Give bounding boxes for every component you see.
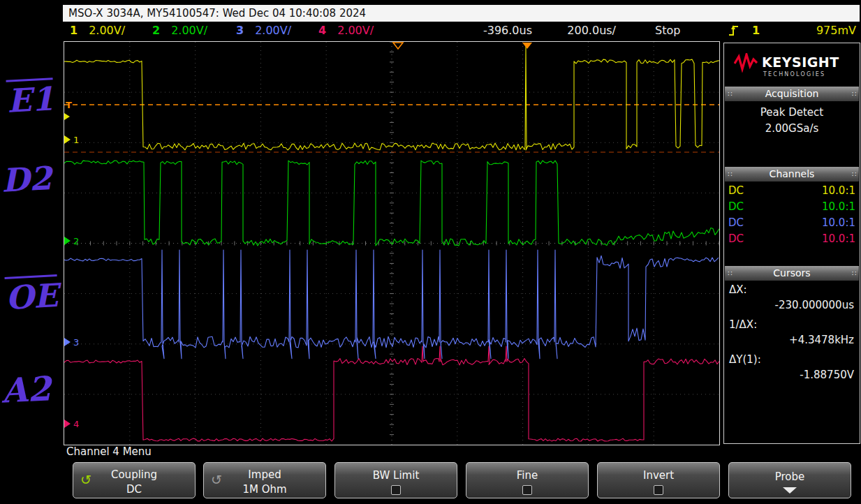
channel-3-scale-box[interactable]: 32.00V/ — [236, 24, 291, 37]
ground-marker-ch2[interactable] — [64, 237, 71, 245]
trigger-time-marker[interactable] — [393, 43, 403, 49]
softkey-coupling[interactable]: ↺ Coupling DC — [73, 462, 196, 498]
annotation-d2: D2 — [1, 162, 52, 197]
channel-4-volts-per-div: 2.00V/ — [337, 24, 374, 37]
channel-1-scale-box[interactable]: 12.00V/ — [70, 24, 125, 37]
trigger-edge-icon — [728, 23, 739, 40]
sidebar: KEYSIGHT TECHNOLOGIES ∷ Acquisition ∷ Pe… — [723, 43, 860, 444]
timebase-offset[interactable]: -396.0us — [392, 24, 532, 37]
softkey-value: 1M Ohm — [204, 483, 325, 496]
channel-probe-ratio: 10.0:1 — [822, 216, 855, 229]
channel-3-row[interactable]: DC10.0:1 — [728, 216, 855, 229]
ground-marker-ch4[interactable] — [64, 420, 71, 428]
channel-2-number: 2 — [152, 24, 160, 37]
sample-rate: 2.00GSa/s — [724, 122, 860, 135]
section-title-channels: Channels — [732, 167, 851, 181]
grip-icon: ∷ — [852, 167, 856, 181]
grip-icon: ∷ — [852, 266, 856, 281]
cursors-section-header[interactable]: ∷ Cursors ∷ — [725, 266, 859, 281]
section-title-cursors: Cursors — [732, 266, 851, 281]
keysight-spark-icon — [734, 53, 758, 73]
fine-checkbox — [522, 485, 532, 495]
channel-probe-ratio: 10.0:1 — [822, 232, 855, 245]
menu-title: Channel 4 Menu — [66, 445, 152, 458]
brand-subtitle: TECHNOLOGIES — [763, 71, 825, 77]
softkey-impedance[interactable]: ↺ Imped 1M Ohm — [203, 462, 326, 498]
down-arrow-icon — [783, 487, 797, 494]
softkey-label: Fine — [466, 469, 588, 482]
softkey-fine[interactable]: Fine — [466, 462, 589, 498]
status-bar: 12.00V/ 22.00V/ 32.00V/ 42.00V/ -396.0us… — [63, 22, 861, 41]
channel-2-scale-box[interactable]: 22.00V/ — [152, 24, 207, 37]
channel-3-volts-per-div: 2.00V/ — [255, 24, 291, 37]
trigger-marker-label[interactable]: T — [66, 100, 72, 110]
waveform-display: 1234T — [64, 41, 720, 445]
ground-marker-label-ch2: 2 — [73, 236, 79, 246]
cursor-dx-value: -230.000000us — [775, 299, 854, 311]
softkey-bw-limit[interactable]: BW Limit — [334, 462, 457, 498]
channel-1-level-arrow-icon — [64, 113, 70, 120]
annotation-e1: E1 — [6, 82, 54, 117]
cursor-inv-dx-label: 1/ΔX: — [729, 318, 757, 331]
acquisition-mode: Peak Detect — [724, 106, 860, 119]
channel-4-number: 4 — [318, 24, 326, 37]
brand-name: KEYSIGHT — [762, 54, 839, 70]
cycle-arrow-icon: ↺ — [80, 472, 91, 487]
channel-1-row[interactable]: DC10.0:1 — [728, 184, 855, 197]
channel-coupling: DC — [728, 184, 744, 197]
channel-4-scale-box[interactable]: 42.00V/ — [318, 24, 374, 37]
waveform-channel-3 — [64, 250, 719, 359]
softkey-label: Invert — [598, 469, 719, 482]
channels-section-header[interactable]: ∷ Channels ∷ — [725, 167, 859, 181]
ground-marker-ch3[interactable] — [64, 338, 71, 346]
event-marker[interactable] — [522, 43, 532, 49]
channel-coupling: DC — [728, 232, 744, 245]
ground-marker-ch1[interactable] — [64, 135, 71, 144]
softkey-bar: ↺ Coupling DC ↺ Imped 1M Ohm BW Limit Fi… — [0, 461, 861, 501]
softkey-invert[interactable]: Invert — [597, 462, 720, 498]
cursor-dy-value: -1.88750V — [800, 369, 854, 381]
channel-1-number: 1 — [70, 24, 78, 37]
ground-marker-label-ch4: 4 — [73, 419, 79, 429]
softkey-label: Imped — [204, 468, 325, 481]
trigger-source[interactable]: 1 — [752, 24, 760, 37]
ground-marker-label-ch1: 1 — [73, 135, 79, 145]
softkey-label: Probe — [729, 470, 851, 483]
oscilloscope-screen: E1 D2 OE A2 MSO-X 3034A, MY54100547: Wed… — [0, 0, 861, 504]
channel-coupling: DC — [728, 216, 744, 229]
trigger-level[interactable]: 975mV — [782, 24, 856, 37]
titlebar-text: MSO-X 3034A, MY54100547: Wed Dec 04 10:4… — [68, 7, 366, 20]
channel-4-row[interactable]: DC10.0:1 — [728, 232, 855, 245]
channel-probe-ratio: 10.0:1 — [822, 200, 855, 213]
bw-limit-checkbox — [391, 485, 401, 495]
softkey-label: BW Limit — [335, 469, 457, 482]
section-title-acquisition: Acquisition — [732, 87, 851, 101]
run-state[interactable]: Stop — [655, 24, 680, 37]
cursor-dy-label: ΔY(1): — [729, 353, 761, 366]
cycle-arrow-icon: ↺ — [211, 472, 222, 487]
channel-2-volts-per-div: 2.00V/ — [171, 24, 207, 37]
channel-1-volts-per-div: 2.00V/ — [89, 24, 125, 37]
softkey-probe[interactable]: Probe — [728, 462, 851, 498]
grip-icon: ∷ — [852, 87, 856, 101]
channel-probe-ratio: 10.0:1 — [822, 184, 855, 197]
softkey-value: DC — [73, 483, 195, 496]
invert-checkbox — [654, 485, 663, 495]
annotation-a2: A2 — [1, 371, 52, 408]
keysight-logo: KEYSIGHT TECHNOLOGIES — [724, 49, 860, 84]
channel-coupling: DC — [728, 200, 744, 213]
ground-marker-label-ch3: 3 — [73, 337, 79, 348]
cursor-dx-label: ΔX: — [729, 283, 747, 296]
waveform-canvas: 1234T — [64, 42, 719, 445]
acquisition-section-header[interactable]: ∷ Acquisition ∷ — [725, 87, 859, 101]
titlebar: MSO-X 3034A, MY54100547: Wed Dec 04 10:4… — [63, 5, 860, 22]
timebase-scale[interactable]: 200.0us/ — [545, 24, 616, 37]
channel-3-number: 3 — [236, 24, 244, 37]
cursor-inv-dx-value: +4.3478kHz — [789, 334, 854, 346]
annotation-oe: OE — [5, 279, 59, 314]
softkey-label: Coupling — [73, 468, 195, 481]
channel-2-row[interactable]: DC10.0:1 — [728, 200, 855, 213]
